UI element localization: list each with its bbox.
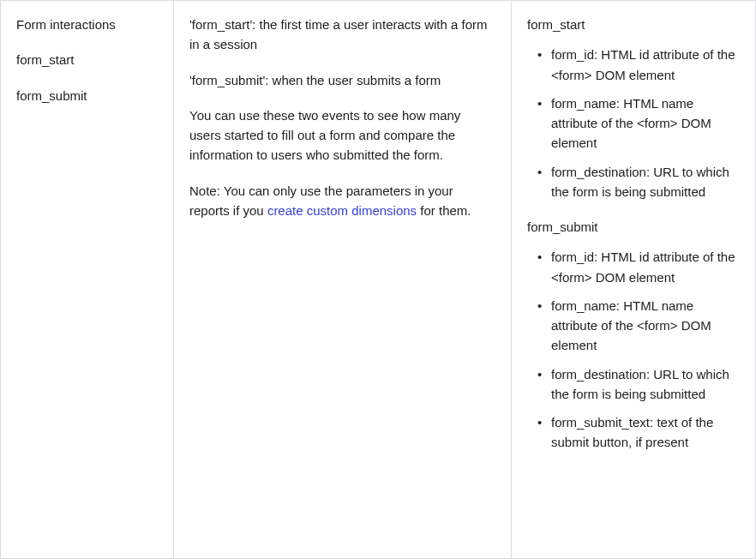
list-item: form_destination: URL to which the form … bbox=[536, 364, 740, 405]
list-item: form_id: HTML id attribute of the <form>… bbox=[536, 247, 740, 287]
note-paragraph: Note: You can only use the parameters in… bbox=[189, 181, 495, 221]
description-cell: 'form_start': the first time a user inte… bbox=[174, 1, 512, 558]
list-item: form_name: HTML name attribute of the <f… bbox=[536, 93, 740, 153]
parameters-cell: form_start form_id: HTML id attribute of… bbox=[512, 1, 756, 558]
usage-paragraph: You can use these two events to see how … bbox=[189, 105, 495, 165]
create-custom-dimensions-link[interactable]: create custom dimensions bbox=[267, 203, 417, 218]
param-section-form-submit: form_submit bbox=[527, 217, 740, 237]
list-item: form_name: HTML name attribute of the <f… bbox=[536, 296, 740, 356]
definition-form-start: 'form_start': the first time a user inte… bbox=[189, 15, 495, 55]
definition-form-submit: 'form_submit': when the user submits a f… bbox=[189, 70, 495, 90]
doc-table-row: Form interactions form_start form_submit… bbox=[0, 0, 756, 559]
param-section-form-start: form_start bbox=[527, 15, 740, 34]
event-name-form-start: form_start bbox=[16, 50, 158, 69]
note-suffix: for them. bbox=[417, 203, 471, 218]
list-item: form_destination: URL to which the form … bbox=[536, 162, 740, 202]
param-list-form-submit: form_id: HTML id attribute of the <form>… bbox=[527, 247, 740, 452]
param-list-form-start: form_id: HTML id attribute of the <form>… bbox=[527, 45, 740, 201]
event-name-cell: Form interactions form_start form_submit bbox=[0, 1, 174, 558]
event-category-title: Form interactions bbox=[16, 15, 158, 34]
event-name-form-submit: form_submit bbox=[16, 86, 158, 105]
list-item: form_id: HTML id attribute of the <form>… bbox=[536, 45, 740, 85]
list-item: form_submit_text: text of the submit but… bbox=[536, 412, 740, 453]
